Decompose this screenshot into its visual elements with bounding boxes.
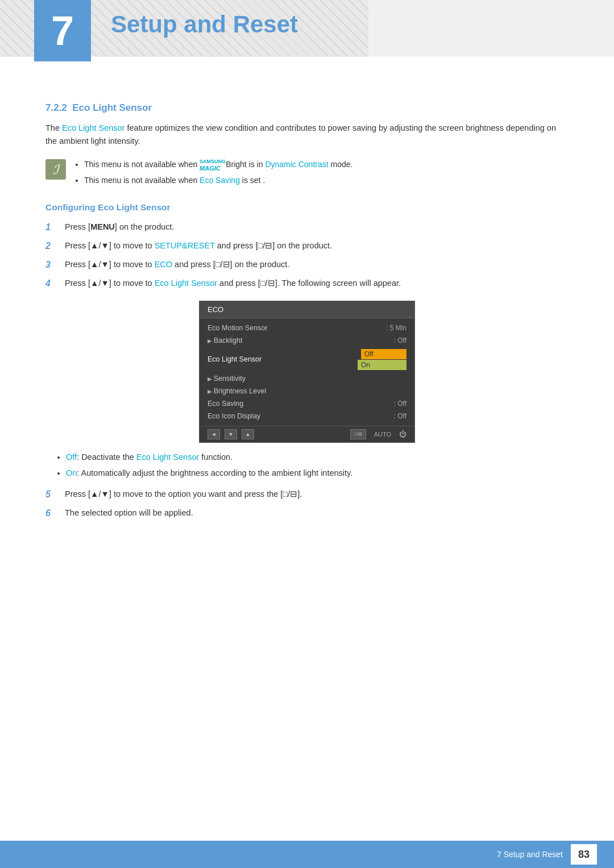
eco-dropdown-on: On — [358, 360, 406, 370]
eco-menu-row-saving: Eco Saving : Off — [200, 397, 414, 410]
steps-list-56: 5 Press [▲/▼] to move to the option you … — [45, 488, 569, 520]
step-6: 6 The selected option will be applied. — [45, 506, 569, 520]
eco-light-sensor-ref: Eco Light Sensor — [136, 452, 199, 462]
eco-menu-row-light: Eco Light Sensor Off On — [200, 347, 414, 372]
step-2: 2 Press [▲/▼] to move to SETUP&RESET and… — [45, 239, 569, 253]
eco-row-label-motion: Eco Motion Sensor — [208, 324, 268, 332]
bullet-on-label: On — [66, 468, 77, 477]
footer-section-label: 7 Setup and Reset — [497, 850, 563, 859]
eco-menu-footer: ◄ ▼ ▲ □/⊟ AUTO ⏻ — [200, 426, 414, 442]
step-5: 5 Press [▲/▼] to move to the option you … — [45, 488, 569, 501]
eco-footer-icon-enter: □/⊟ — [350, 429, 366, 439]
eco-menu-row-icon-display: Eco Icon Display : Off — [200, 410, 414, 422]
note-icon: ℐ — [45, 159, 66, 180]
step-4: 4 Press [▲/▼] to move to Eco Light Senso… — [45, 277, 569, 290]
eco-menu-items: Eco Motion Sensor : 5 Min Backlight : Of… — [200, 318, 414, 426]
step-number-5: 5 — [45, 488, 58, 501]
eco-menu-row-sensitivity: Sensitivity — [200, 372, 414, 385]
note-item-2: This menu is not available when Eco Savi… — [84, 174, 352, 188]
eco-row-label-brightness: Brightness Level — [208, 387, 266, 395]
eco-row-dropdown: Off On — [358, 349, 406, 370]
eco-footer-icons: ◄ ▼ ▲ — [208, 429, 254, 439]
sub-heading: Configuring Eco Light Sensor — [45, 202, 569, 213]
step-text-5: Press [▲/▼] to move to the option you wa… — [65, 488, 302, 501]
eco-row-label-saving: Eco Saving — [208, 400, 243, 408]
eco-menu-row-backlight: Backlight : Off — [200, 334, 414, 347]
eco-footer-icon-down: ▼ — [225, 429, 237, 439]
eco-menu-row-motion: Eco Motion Sensor : 5 Min — [200, 322, 414, 334]
eco-saving-link: Eco Saving — [200, 176, 240, 185]
bullet-on: On: Automatically adjust the brightness … — [66, 467, 569, 480]
eco-light-sensor-link: Eco Light Sensor — [62, 123, 125, 132]
footer-page-number: 83 — [571, 844, 597, 865]
step-number-4: 4 — [45, 277, 58, 290]
step-number-1: 1 — [45, 221, 58, 234]
section-heading: 7.2.2 Eco Light Sensor — [45, 102, 569, 114]
step-text-3: Press [▲/▼] to move to ECO and press [□/… — [65, 258, 289, 271]
setup-reset-link: SETUP&RESET — [155, 241, 215, 250]
eco-row-label-light: Eco Light Sensor — [208, 355, 262, 363]
bullet-off-label: Off — [66, 452, 77, 462]
step-1: 1 Press [MENU] on the product. — [45, 221, 569, 234]
eco-link: ECO — [155, 260, 172, 269]
section-number: 7.2.2 — [45, 102, 67, 113]
step-text-6: The selected option will be applied. — [65, 506, 193, 520]
page-footer: 7 Setup and Reset 83 — [0, 841, 614, 868]
eco-dropdown-off: Off — [361, 349, 406, 359]
step-text-1: Press [MENU] on the product. — [65, 221, 175, 234]
chapter-title: Setup and Reset — [111, 10, 298, 39]
option-bullet-list: Off: Deactivate the Eco Light Sensor fun… — [45, 451, 569, 480]
eco-row-label-backlight: Backlight — [208, 337, 243, 344]
chapter-number-box: 7 — [34, 0, 91, 61]
eco-row-val-backlight: : Off — [394, 337, 406, 344]
bullet-off: Off: Deactivate the Eco Light Sensor fun… — [66, 451, 569, 464]
chapter-number: 7 — [51, 10, 74, 51]
step-3: 3 Press [▲/▼] to move to ECO and press [… — [45, 258, 569, 272]
eco-footer-power: ⏻ — [399, 430, 406, 438]
body-paragraph: The Eco Light Sensor feature optimizes t… — [45, 122, 569, 148]
step-number-3: 3 — [45, 258, 58, 272]
note-box: ℐ This menu is not available when SAMSUN… — [45, 158, 569, 190]
section-title: Eco Light Sensor — [72, 102, 152, 113]
header-banner: 7 Setup and Reset — [0, 0, 614, 17]
header-diagonal — [0, 0, 614, 57]
note-list: This menu is not available when SAMSUNGM… — [74, 158, 352, 190]
eco-footer-icon-left: ◄ — [208, 429, 220, 439]
steps-list: 1 Press [MENU] on the product. 2 Press [… — [45, 221, 569, 290]
eco-light-link: Eco Light Sensor — [155, 279, 217, 288]
eco-footer-icon-up: ▲ — [242, 429, 254, 439]
samsung-magic-text: SAMSUNGMAGIC — [200, 159, 226, 172]
main-content: 7.2.2 Eco Light Sensor The Eco Light Sen… — [0, 85, 614, 576]
step-number-6: 6 — [45, 506, 58, 520]
step-text-4: Press [▲/▼] to move to Eco Light Sensor … — [65, 277, 401, 290]
eco-menu-screenshot: ECO Eco Motion Sensor : 5 Min Backlight … — [199, 301, 415, 443]
step-text-2: Press [▲/▼] to move to SETUP&RESET and p… — [65, 239, 332, 252]
eco-row-val-saving: : Off — [394, 400, 406, 408]
eco-menu-title: ECO — [200, 301, 414, 318]
eco-row-label-icon-display: Eco Icon Display — [208, 412, 260, 420]
dynamic-contrast-link: Dynamic Contrast — [265, 160, 328, 169]
step-number-2: 2 — [45, 239, 58, 253]
eco-row-val-icon-display: : Off — [394, 412, 406, 420]
eco-menu-row-brightness: Brightness Level — [200, 385, 414, 397]
eco-row-val-motion: : 5 Min — [386, 324, 406, 332]
eco-row-label-sensitivity: Sensitivity — [208, 375, 246, 383]
eco-footer-auto: AUTO — [374, 431, 391, 438]
note-item-1: This menu is not available when SAMSUNGM… — [84, 158, 352, 172]
